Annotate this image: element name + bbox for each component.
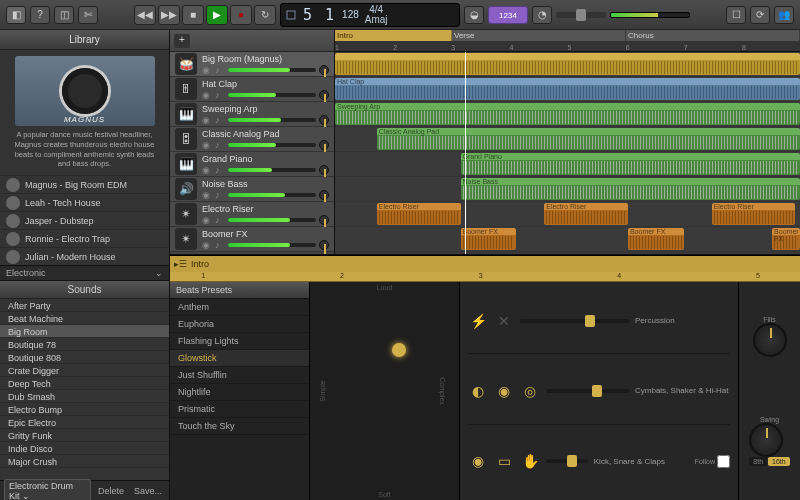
track-header[interactable]: 🔊Noise Bass◉♪ (170, 177, 334, 202)
sound-item[interactable]: Crate Digger (0, 364, 169, 377)
track-lane[interactable]: Boomer FXBoomer FXBoomer FX (335, 227, 800, 252)
sound-item[interactable]: Boutique 808 (0, 351, 169, 364)
mute-button[interactable]: ◉ (202, 190, 212, 200)
track-lane[interactable]: Sweeping Arp (335, 102, 800, 127)
cycle-button[interactable]: ↻ (254, 5, 276, 25)
kit-piece-icon[interactable]: ◉ (494, 381, 514, 401)
pan-knob[interactable] (319, 140, 329, 150)
track-lane[interactable]: Hat Clap (335, 77, 800, 102)
sound-item[interactable]: Boutique 78 (0, 338, 169, 351)
track-header[interactable]: ✴Boomer FX◉♪ (170, 227, 334, 252)
solo-button[interactable]: ♪ (215, 215, 225, 225)
sound-item[interactable]: Big Room (0, 325, 169, 338)
swing-option[interactable]: 8th (749, 457, 767, 466)
metronome-button[interactable]: ◔ (532, 6, 552, 24)
notepad-button[interactable]: ☐ (726, 6, 746, 24)
xy-pad[interactable]: Loud Soft Simple Complex (310, 282, 460, 500)
quick-help-toggle[interactable]: ? (30, 6, 50, 24)
editor-ruler[interactable]: 12345 (170, 272, 800, 282)
kit-piece-icon[interactable]: ◐ (468, 381, 488, 401)
region[interactable]: Sweeping Arp (335, 103, 800, 125)
volume-slider[interactable] (228, 93, 316, 97)
count-in-button[interactable]: 1234 (488, 6, 528, 24)
kit-select[interactable]: Electronic Drum Kit ⌄ (4, 479, 91, 501)
track-header[interactable]: 🎛Classic Analog Pad◉♪ (170, 127, 334, 152)
solo-button[interactable]: ♪ (215, 140, 225, 150)
volume-slider[interactable] (228, 118, 316, 122)
loops-button[interactable]: ⟳ (750, 6, 770, 24)
play-button[interactable]: ▶ (206, 5, 228, 25)
drummer-row[interactable]: Magnus - Big Room EDM (0, 175, 169, 193)
swing-segmented[interactable]: 8th16th (749, 457, 789, 466)
region[interactable]: Boomer FX (461, 228, 517, 250)
pan-knob[interactable] (319, 165, 329, 175)
mute-button[interactable]: ◉ (202, 215, 212, 225)
pan-knob[interactable] (319, 190, 329, 200)
preset-item[interactable]: Nightlife (170, 384, 309, 401)
kit-piece-icon[interactable]: ◉ (468, 451, 488, 471)
track-lane[interactable] (335, 52, 800, 77)
preset-item[interactable]: Glowstick (170, 350, 309, 367)
region[interactable]: Electro Riser (377, 203, 461, 225)
pan-knob[interactable] (319, 115, 329, 125)
editors-toggle[interactable]: ✄ (78, 6, 98, 24)
kit-piece-icon[interactable]: ▭ (494, 451, 514, 471)
drummer-row[interactable]: Leah - Tech House (0, 193, 169, 211)
mute-button[interactable]: ◉ (202, 165, 212, 175)
rewind-button[interactable]: ◀◀ (134, 5, 156, 25)
smart-controls-toggle[interactable]: ◫ (54, 6, 74, 24)
kit-complexity-slider[interactable] (520, 319, 629, 323)
track-lane[interactable]: Electro RiserElectro RiserElectro Riser (335, 202, 800, 227)
preset-item[interactable]: Flashing Lights (170, 333, 309, 350)
mute-button[interactable]: ◉ (202, 240, 212, 250)
pan-knob[interactable] (319, 65, 329, 75)
ruler[interactable]: IntroVerseChorus 123456789 (335, 30, 800, 52)
kit-complexity-slider[interactable] (546, 459, 588, 463)
mute-button[interactable]: ◉ (202, 90, 212, 100)
media-button[interactable]: 👥 (774, 6, 794, 24)
sound-item[interactable]: Gritty Funk (0, 429, 169, 442)
sound-item[interactable]: Beat Machine (0, 312, 169, 325)
preset-item[interactable]: Anthem (170, 299, 309, 316)
mute-button[interactable]: ◉ (202, 65, 212, 75)
lcd-display[interactable]: 5 1 128 4/4Amaj (280, 3, 460, 27)
pan-knob[interactable] (319, 240, 329, 250)
swing-option[interactable]: 16th (768, 457, 790, 466)
region-settings-icon[interactable]: ☰ (179, 259, 187, 269)
solo-button[interactable]: ♪ (215, 190, 225, 200)
mute-button[interactable]: ◉ (202, 140, 212, 150)
stop-button[interactable]: ■ (182, 5, 204, 25)
sound-item[interactable]: Indie Disco (0, 442, 169, 455)
volume-slider[interactable] (228, 243, 316, 247)
solo-button[interactable]: ♪ (215, 165, 225, 175)
sound-item[interactable]: Electro Bump (0, 403, 169, 416)
delete-button[interactable]: Delete (95, 486, 127, 496)
preset-item[interactable]: Prismatic (170, 401, 309, 418)
track-header[interactable]: 🎹Sweeping Arp◉♪ (170, 102, 334, 127)
forward-button[interactable]: ▶▶ (158, 5, 180, 25)
volume-slider[interactable] (228, 193, 316, 197)
track-lane[interactable]: Noise Bass (335, 177, 800, 202)
volume-slider[interactable] (228, 143, 316, 147)
solo-button[interactable]: ♪ (215, 90, 225, 100)
sound-item[interactable]: Deep Tech (0, 377, 169, 390)
timeline[interactable]: IntroVerseChorus 123456789 Hat ClapSweep… (335, 30, 800, 254)
track-header[interactable]: 🎹Grand Piano◉♪ (170, 152, 334, 177)
add-track-button[interactable]: + (174, 34, 190, 48)
library-toggle[interactable]: ◧ (6, 6, 26, 24)
track-lane[interactable]: Grand Piano (335, 152, 800, 177)
region[interactable]: Boomer FX (772, 228, 800, 250)
follow-toggle[interactable]: Follow (695, 455, 730, 468)
kit-piece-icon[interactable]: ✋ (520, 451, 540, 471)
region[interactable]: Grand Piano (461, 153, 800, 175)
kit-piece-icon[interactable]: ◎ (520, 381, 540, 401)
save-button[interactable]: Save... (131, 486, 165, 496)
solo-button[interactable]: ♪ (215, 115, 225, 125)
drummer-row[interactable]: Julian - Modern House (0, 247, 169, 265)
tuner-button[interactable]: ◒ (464, 6, 484, 24)
kit-piece-icon[interactable]: ⚡ (468, 311, 488, 331)
region[interactable]: Boomer FX (628, 228, 684, 250)
drummer-row[interactable]: Ronnie - Electro Trap (0, 229, 169, 247)
region[interactable]: Noise Bass (461, 178, 800, 200)
mute-button[interactable]: ◉ (202, 115, 212, 125)
